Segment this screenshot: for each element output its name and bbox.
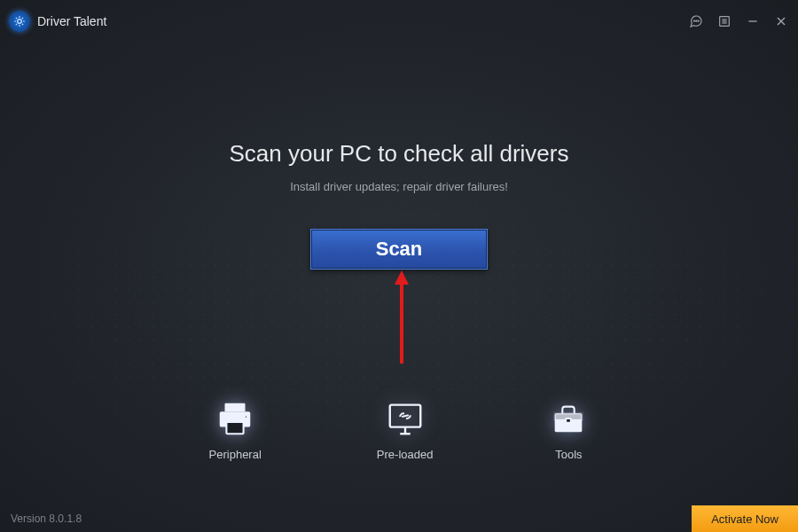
version-text: Version 8.0.1.8 <box>11 512 82 525</box>
app-logo <box>9 11 30 32</box>
feature-label: Tools <box>555 448 582 461</box>
feature-preloaded[interactable]: Pre-loaded <box>377 398 434 461</box>
close-icon[interactable] <box>773 13 789 29</box>
scan-button[interactable]: Scan <box>310 229 488 270</box>
titlebar-left: Driver Talent <box>9 11 106 32</box>
svg-marker-12 <box>395 270 409 285</box>
red-up-arrow-annotation <box>395 270 409 364</box>
headline: Scan your PC to check all drivers <box>230 140 569 168</box>
svg-point-3 <box>698 20 699 21</box>
feature-tools[interactable]: Tools <box>548 398 589 461</box>
main-area: Scan your PC to check all drivers Instal… <box>0 43 798 270</box>
app-name: Driver Talent <box>37 14 106 28</box>
svg-point-1 <box>693 20 694 21</box>
menu-icon[interactable] <box>716 13 732 29</box>
footer: Version 8.0.1.8 Activate Now <box>0 505 798 532</box>
svg-rect-13 <box>225 403 246 412</box>
svg-point-0 <box>18 20 22 24</box>
titlebar: Driver Talent <box>0 0 798 43</box>
features-row: Peripheral Pre-loaded Tools <box>0 398 798 461</box>
feature-peripheral[interactable]: Peripheral <box>209 398 262 461</box>
svg-rect-15 <box>227 422 244 434</box>
activate-button[interactable]: Activate Now <box>692 505 798 532</box>
feature-label: Pre-loaded <box>377 448 434 461</box>
minimize-icon[interactable] <box>745 13 761 29</box>
titlebar-right <box>688 13 789 29</box>
feedback-icon[interactable] <box>688 13 704 29</box>
svg-rect-22 <box>567 419 572 423</box>
monitor-link-icon <box>385 398 426 439</box>
subtext: Install driver updates; repair driver fa… <box>290 180 508 193</box>
svg-point-2 <box>696 20 697 21</box>
toolbox-icon <box>548 398 589 439</box>
feature-label: Peripheral <box>209 448 262 461</box>
printer-icon <box>215 398 255 439</box>
svg-point-16 <box>245 415 247 418</box>
